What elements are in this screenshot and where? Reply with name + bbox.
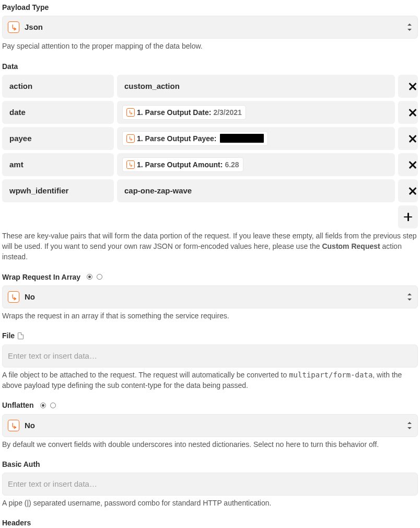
close-icon (403, 186, 413, 196)
data-row: payee 1. Parse Output Payee: (2, 127, 418, 150)
webhook-icon (8, 21, 19, 33)
step-icon (126, 108, 135, 117)
payload-type-help: Pay special attention to the proper mapp… (2, 41, 418, 51)
sort-caret-icon (407, 24, 412, 31)
remove-row-button[interactable] (398, 75, 418, 98)
data-section: Data action custom_action date 1. Parse … (2, 61, 418, 262)
data-key-input[interactable]: wpwh_identifier (2, 179, 114, 202)
close-icon (403, 160, 413, 169)
data-row: action custom_action (2, 75, 418, 98)
data-value-input[interactable]: custom_action (117, 75, 395, 98)
wrap-radio-group (87, 274, 102, 280)
webhook-icon (8, 291, 19, 303)
remove-row-button[interactable] (398, 153, 418, 176)
file-section: File Enter text or insert data… A file o… (2, 330, 418, 391)
data-row: wpwh_identifier cap-one-zap-wave (2, 179, 418, 202)
unflatten-value: No (25, 420, 403, 431)
data-key-input[interactable]: payee (2, 127, 114, 150)
wrap-label: Wrap Request In Array (2, 272, 418, 282)
wrap-radio-off[interactable] (97, 274, 102, 280)
basic-auth-help: A pipe (|) separated username, password … (2, 498, 418, 508)
remove-row-button[interactable] (398, 101, 418, 124)
data-value-input[interactable]: 1. Parse Output Payee: (117, 127, 395, 150)
remove-row-button[interactable] (398, 179, 418, 202)
unflatten-select[interactable]: No (2, 414, 418, 437)
plus-icon (403, 212, 413, 222)
unflatten-label: Unflatten (2, 400, 418, 410)
basic-auth-input[interactable]: Enter text or insert data… (2, 473, 418, 496)
file-help: A file object to be attached to the requ… (2, 370, 418, 391)
data-value-input[interactable]: cap-one-zap-wave (117, 179, 395, 202)
data-label: Data (2, 61, 418, 72)
data-row: date 1. Parse Output Date: 2/3/2021 (2, 101, 418, 124)
basic-auth-label: Basic Auth (2, 459, 418, 469)
data-key-input[interactable]: action (2, 75, 114, 98)
basic-auth-section: Basic Auth Enter text or insert data… A … (2, 459, 418, 509)
data-row: amt 1. Parse Output Amount: 6.28 (2, 153, 418, 176)
headers-section: Headers (2, 518, 418, 528)
payload-type-section: Payload Type Json Pay special attention … (2, 2, 418, 52)
wrap-select[interactable]: No (2, 285, 418, 308)
wrap-help: Wraps the request in an array if that is… (2, 311, 418, 321)
sort-caret-icon (407, 293, 412, 301)
webhook-icon (8, 420, 19, 431)
step-icon (126, 160, 135, 169)
unflatten-radio-group (40, 403, 56, 408)
payload-type-select[interactable]: Json (2, 16, 418, 39)
wrap-section: Wrap Request In Array No Wraps the reque… (2, 272, 418, 322)
data-value-input[interactable]: 1. Parse Output Amount: 6.28 (117, 153, 395, 176)
wrap-value: No (25, 291, 403, 303)
data-value-pill[interactable]: 1. Parse Output Date: 2/3/2021 (122, 105, 246, 120)
data-key-input[interactable]: date (2, 101, 114, 124)
payload-type-label: Payload Type (2, 2, 418, 13)
close-icon (403, 108, 413, 117)
unflatten-help: By default we convert fields with double… (2, 439, 418, 450)
close-icon (403, 82, 413, 91)
data-grid: action custom_action date 1. Parse Outpu… (2, 75, 418, 202)
headers-label: Headers (2, 518, 418, 528)
data-value-pill[interactable]: 1. Parse Output Amount: 6.28 (122, 157, 243, 172)
step-icon (126, 134, 135, 143)
remove-row-button[interactable] (398, 127, 418, 150)
sort-caret-icon (407, 422, 412, 429)
add-data-row-button[interactable] (398, 205, 418, 228)
file-icon (18, 332, 24, 339)
data-key-input[interactable]: amt (2, 153, 114, 176)
unflatten-section: Unflatten No By default we convert field… (2, 400, 418, 450)
redacted-value (220, 134, 264, 143)
wrap-radio-on[interactable] (87, 274, 92, 280)
file-input[interactable]: Enter text or insert data… (2, 345, 418, 368)
unflatten-radio-on[interactable] (40, 403, 46, 408)
data-value-input[interactable]: 1. Parse Output Date: 2/3/2021 (117, 101, 395, 124)
close-icon (403, 134, 413, 143)
data-help: These are key-value pairs that will form… (2, 231, 418, 262)
data-value-pill[interactable]: 1. Parse Output Payee: (122, 131, 268, 146)
payload-type-value: Json (25, 21, 403, 33)
file-label: File (2, 330, 418, 341)
unflatten-radio-off[interactable] (50, 403, 56, 408)
